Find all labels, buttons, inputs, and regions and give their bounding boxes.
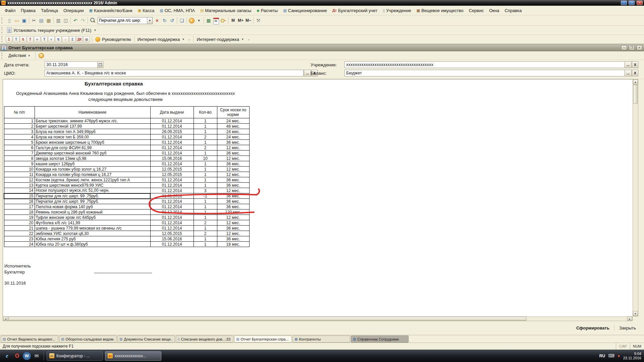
new-document-icon[interactable]: ▯ bbox=[6, 17, 13, 24]
menu-item[interactable]: ▤ Материальные запасы bbox=[198, 7, 254, 14]
cell-name[interactable]: Футболка х/б л/с 141,99 bbox=[35, 220, 150, 226]
cell-wear-term[interactable]: 36 мес. bbox=[217, 193, 249, 199]
chevron-down-icon[interactable]: ▾ bbox=[93, 28, 97, 32]
report-table-icon[interactable]: Т bbox=[13, 36, 19, 43]
cell-issue-date[interactable]: 12.05.2015 bbox=[150, 231, 194, 236]
cell-issue-date[interactable]: 01.12.2014 bbox=[150, 215, 194, 220]
report-close-button[interactable]: × bbox=[637, 45, 642, 50]
cell-issue-date[interactable]: 01.12.2014 bbox=[150, 145, 194, 150]
balance-lookup-button[interactable]: ... bbox=[625, 70, 632, 76]
cell-name[interactable]: Ремень поясной ц 286 руб кожаный bbox=[35, 209, 150, 215]
memory-store-button[interactable]: М bbox=[229, 17, 237, 24]
institution-clear-button[interactable]: X bbox=[632, 61, 638, 68]
window-tab[interactable]: ▤ Отчет Ведомость вещевог... bbox=[1, 336, 58, 343]
menu-item[interactable]: Сервис bbox=[466, 7, 487, 14]
help-icon[interactable] bbox=[38, 52, 45, 59]
ie-icon[interactable]: e bbox=[3, 352, 11, 360]
cell-name[interactable]: Туфли женские хром л/с 645руб bbox=[35, 215, 150, 220]
cell-wear-term[interactable]: 24 мес. bbox=[217, 129, 249, 134]
cell-issue-date[interactable]: 01.12.2014 bbox=[150, 242, 194, 247]
cell-name[interactable]: эмблема УИС золотая ц6,30 bbox=[35, 231, 150, 236]
menu-item[interactable]: ▦ Казначейство/Банк bbox=[87, 7, 135, 14]
copy-icon[interactable]: ▤ bbox=[38, 17, 45, 24]
report-account-list-icon[interactable]: ≡ bbox=[34, 36, 41, 43]
table-row[interactable]: 18 Ремень поясной ц 286 руб кожаный 01.1… bbox=[4, 209, 249, 215]
redo-icon[interactable]: ↷ bbox=[79, 17, 87, 24]
window-tab[interactable]: ▯ Списание вещевого дов...:33 bbox=[176, 336, 233, 343]
cell-number[interactable]: 11 bbox=[4, 172, 35, 177]
cell-wear-term[interactable]: 36 мес. bbox=[217, 236, 249, 242]
generate-button[interactable]: Сформировать bbox=[573, 324, 613, 332]
table-row[interactable]: 15 Перчатки для л/с шерт. 99 ,75руб. 01.… bbox=[4, 193, 249, 199]
cell-wear-term[interactable]: 12 мес. bbox=[217, 145, 249, 150]
table-row[interactable]: 6 Галстук-для сотр ФСИН 61,99 01.12.2014… bbox=[4, 145, 249, 150]
scroll-down-icon[interactable]: ▼ bbox=[633, 311, 638, 316]
cell-name[interactable]: Перчатки для л/с шерт. 99 ,75руб. bbox=[35, 193, 150, 199]
report-date-field[interactable]: 30.11.2016 bbox=[45, 61, 98, 68]
close-button[interactable]: × bbox=[637, 1, 643, 5]
cell-wear-term[interactable]: 12 мес. bbox=[217, 156, 249, 161]
cell-number[interactable]: 14 bbox=[4, 188, 35, 193]
memory-plus-button[interactable]: М+ bbox=[237, 17, 245, 24]
cell-number[interactable]: 24 bbox=[4, 242, 35, 247]
open-folder-icon[interactable]: ▭ bbox=[13, 17, 20, 24]
cell-issue-date[interactable]: 26.09.2015 bbox=[150, 129, 194, 134]
media-player-icon[interactable]: W bbox=[23, 352, 31, 360]
set-institution-button[interactable]: Установить текущее учреждение (F11) bbox=[6, 27, 93, 33]
cell-quantity[interactable]: 2 bbox=[194, 134, 217, 140]
calendar-icon[interactable] bbox=[212, 17, 220, 24]
table-row[interactable]: 16 Перчатки для л/с шерт. 99 ,75руб. 01.… bbox=[4, 199, 249, 204]
cell-wear-term[interactable]: 36 мес. bbox=[217, 177, 249, 183]
find-previous-icon[interactable]: ↺ bbox=[168, 17, 176, 24]
cell-quantity[interactable]: 1 bbox=[194, 172, 217, 177]
toolbar-grip[interactable] bbox=[1, 53, 3, 59]
menu-item[interactable]: ▥ ОС, НМА, НПА bbox=[157, 7, 198, 14]
cell-wear-term[interactable]: 48 мес. bbox=[217, 124, 249, 129]
toolbar-separator[interactable] bbox=[204, 17, 204, 24]
menu-item[interactable]: ▧ Санкционирование bbox=[280, 7, 330, 14]
print-icon[interactable]: ▥ bbox=[55, 17, 62, 24]
toolbar-separator[interactable] bbox=[186, 17, 187, 24]
close-report-button[interactable]: Закрыть bbox=[616, 324, 639, 332]
cell-number[interactable]: 4 bbox=[4, 134, 35, 140]
toolbar-separator[interactable] bbox=[228, 17, 228, 24]
cut-icon[interactable]: ✂ bbox=[30, 17, 38, 24]
cell-quantity[interactable]: 1 bbox=[194, 226, 217, 231]
table-row[interactable]: 20 Футболка х/б л/с 141,99 01.12.2014 2 … bbox=[4, 220, 249, 226]
cell-quantity[interactable]: 1 bbox=[194, 183, 217, 188]
cell-name[interactable]: шапка - ушанка 779,99 меховая из овчины … bbox=[35, 226, 150, 231]
save-icon[interactable]: ▣ bbox=[20, 17, 28, 24]
toolbar-separator[interactable] bbox=[177, 17, 177, 24]
print-preview-icon[interactable]: ◫ bbox=[62, 17, 69, 24]
table-row[interactable]: 23 Юбка летняя 275 руб 15.06.2016 1 36 м… bbox=[4, 236, 249, 242]
cell-issue-date[interactable]: 01.12.2014 bbox=[150, 199, 194, 204]
scroll-left-icon[interactable]: ◄ bbox=[3, 317, 8, 321]
cell-quantity[interactable]: 1 bbox=[194, 199, 217, 204]
cell-number[interactable]: 15 bbox=[4, 193, 35, 199]
cell-wear-term[interactable]: 36 мес. bbox=[217, 199, 249, 204]
report-movements-down-icon[interactable]: ↕ bbox=[62, 36, 69, 43]
taskbar-app-button[interactable]: 1С Конфигуратор - ... bbox=[47, 351, 103, 361]
opera-icon[interactable]: O bbox=[13, 352, 21, 360]
cell-wear-term[interactable]: 24 мес. bbox=[217, 118, 249, 124]
toolbar-separator[interactable] bbox=[53, 17, 54, 24]
cell-quantity[interactable]: 1 bbox=[194, 129, 217, 134]
keyboard-icon[interactable]: ⌨ bbox=[608, 353, 614, 358]
cell-issue-date[interactable]: 01.12.2014 bbox=[150, 220, 194, 226]
menu-item[interactable]: ▯ Учреждение bbox=[380, 7, 414, 14]
cell-wear-term[interactable]: 12 мес. bbox=[217, 172, 249, 177]
find-next-icon[interactable]: ↻ bbox=[161, 17, 168, 24]
cell-wear-term[interactable]: 36 мес. bbox=[217, 140, 249, 145]
cell-wear-term[interactable]: 120 мес. bbox=[217, 209, 249, 215]
cell-wear-term[interactable]: 36 мес. bbox=[217, 226, 249, 231]
cell-issue-date[interactable]: 12.05.2015 bbox=[150, 167, 194, 172]
cell-quantity[interactable]: 10 bbox=[194, 156, 217, 161]
cell-issue-date[interactable]: 01.01.2016 bbox=[150, 193, 194, 199]
search-input[interactable] bbox=[98, 18, 147, 23]
institution-field[interactable]: xxxxxxxxxxxxxxxxxxxxxxxxxxxxxxxxxxxxxxxx bbox=[344, 61, 625, 68]
cell-quantity[interactable]: 2 bbox=[194, 145, 217, 150]
cell-wear-term[interactable]: 12 мес. bbox=[217, 231, 249, 236]
cell-name[interactable]: Перчатки для л/с шерт. 99 ,75руб. bbox=[35, 199, 150, 204]
window-tab[interactable]: ▥ Документы Списание веще... bbox=[117, 336, 175, 343]
table-row[interactable]: 7 Джемпер шерстяной женский 760 руб 01.1… bbox=[4, 150, 249, 156]
